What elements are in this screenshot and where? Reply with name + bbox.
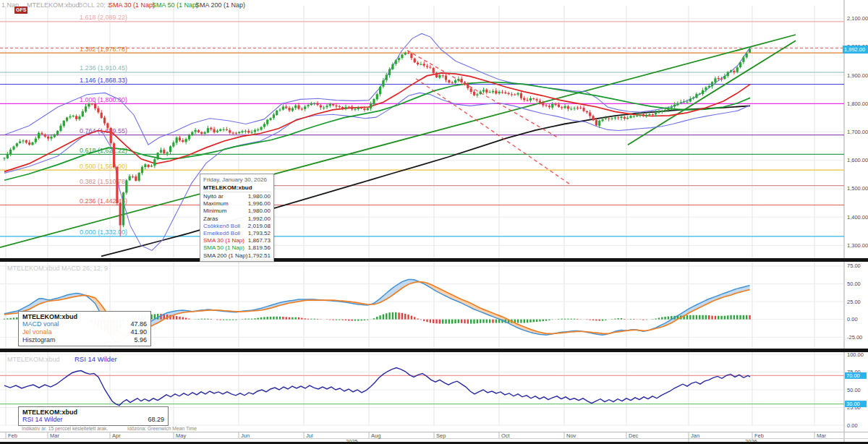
price-axis-tick: 1,900.00 [847,72,868,79]
candle [278,108,281,111]
candle [54,134,56,139]
sma30-legend[interactable]: SMA 30 (1 Nap) [109,1,155,9]
candle [586,111,588,114]
rsi-watermark: MTELEKOM:xbud [7,356,60,363]
price-axis-tick: 1,600.00 [847,157,868,163]
month-label[interactable]: Jan [691,432,699,439]
ohlc-tooltip: Friday, January 30, 2026 MTELEKOM:xbud N… [200,174,274,262]
candle [742,56,744,64]
candle [508,92,510,95]
candle [135,174,137,182]
tooltip-row: Nyitó ár1,980.00 [203,193,271,200]
provider-logo-text: GFS [14,7,27,14]
candle [529,96,532,103]
macd-legend-box: MTELEKOM:xbud MACD vonal47.86Jel vonala4… [18,311,151,346]
candle [235,132,237,135]
candle [179,136,181,142]
tooltip-symbol: MTELEKOM:xbud [203,184,271,192]
candle [733,69,735,74]
candle [269,117,271,121]
sma50-legend[interactable]: SMA 50 (1 Nap) [152,1,198,9]
candle [382,78,384,88]
fib-label: 1.382 (1,978.78) [80,46,127,53]
candle [589,110,591,119]
candle [138,172,140,182]
candle [489,90,491,93]
candle [492,89,494,93]
candle [658,109,660,114]
chart-canvas[interactable]: 2,100.002,000.001,900.001,800.001,700.00… [0,0,868,444]
candle [561,106,563,109]
candle [624,116,626,121]
candle [266,119,268,126]
sma200-legend[interactable]: SMA 200 (1 Nap) [195,1,245,9]
candle [31,142,33,145]
candle [548,104,550,109]
candle [495,88,497,95]
candle [25,140,27,144]
month-label[interactable]: Oct [501,432,511,439]
candle [645,113,647,118]
rsi-legend-label: RSI 14 Wilder [22,416,63,424]
candle [617,116,619,120]
macd-legend-row: Hisztogram5.96 [22,336,147,344]
candle [35,137,37,144]
candle [172,140,174,148]
candle [404,51,407,55]
price-axis-tick: 1,300.00 [847,242,868,249]
month-label[interactable]: Dec [629,432,639,439]
price-axis-tick: 1,800.00 [847,101,868,107]
candle [692,96,694,100]
boll-legend[interactable]: BOLL 20; 2 [78,1,111,9]
candle [454,79,456,84]
panel-separator-1[interactable] [0,258,868,262]
candle [629,115,631,119]
candle [514,93,516,95]
candle [429,65,431,69]
month-label[interactable]: Jun [241,432,250,439]
candle [689,96,692,102]
rsi-legend-box: MTELEKOM:xbud RSI 14 Wilder68.29 [18,406,169,426]
panel-separator-2[interactable] [0,349,868,352]
candle [626,116,629,120]
candle [129,174,131,181]
candle [379,85,381,96]
symbol-label[interactable]: MTELEKOM:xbud [27,1,80,9]
candle [141,166,143,175]
candle [357,106,359,111]
candle [576,106,579,110]
month-label[interactable]: Feb [8,432,17,439]
fib-label: 1.236 (1,910.45) [80,64,127,72]
fib-label: 1.146 (1,868.33) [80,77,127,84]
month-label[interactable]: Mar [817,432,826,439]
candle [435,72,438,78]
month-label[interactable]: Apr [112,432,121,439]
tooltip-row: Minimum1,980.00 [203,208,271,215]
month-label[interactable]: Nov [566,432,576,439]
macd-axis-tick: -25.00 [847,334,862,341]
candle [82,109,84,117]
tooltip-row: SMA 30 (1 Nap)1,867.73 [203,237,271,244]
candle [367,108,369,111]
candle [63,120,65,128]
month-label[interactable]: May [176,432,186,439]
candle [160,148,162,153]
candle [103,116,106,126]
rsi-level-badge-text: 30.00 [846,401,860,407]
candle [44,133,46,137]
candle [335,103,337,108]
month-label[interactable]: Sep [436,432,446,439]
candle [739,61,741,69]
rsi-legend-symbol: MTELEKOM:xbud [22,409,164,416]
candle [301,107,303,111]
candle [727,71,729,77]
month-label[interactable]: Mar [50,432,59,439]
candle [573,106,575,111]
price-axis-tick: 1,400.00 [847,214,868,221]
candle [476,93,478,98]
candle [22,140,24,144]
candle [263,122,265,129]
month-label[interactable]: Aug [371,432,380,439]
candle [85,104,87,113]
month-label[interactable]: Jul [306,432,313,439]
